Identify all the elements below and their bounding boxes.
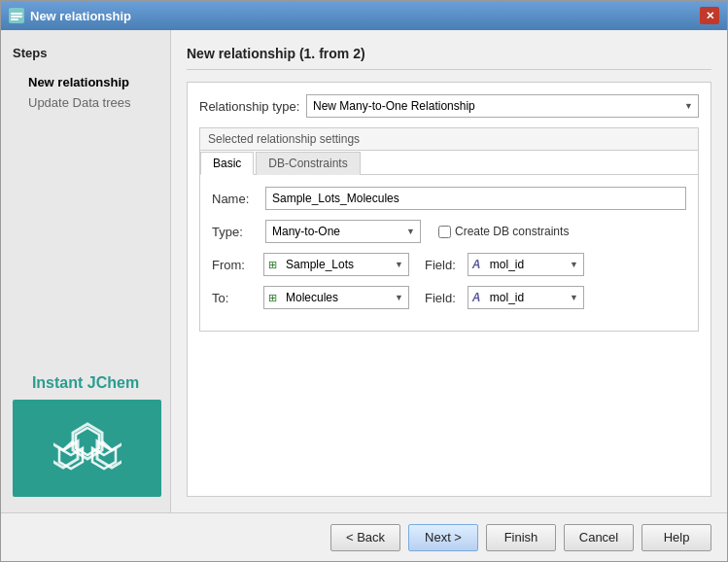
title-bar: New relationship ✕ [1, 1, 727, 30]
from-field-label: Field: [425, 258, 456, 272]
from-table-wrapper: Sample_Lots ⊞ [263, 253, 409, 276]
tabs: Basic DB-Constraints [200, 151, 698, 175]
dialog-title: New relationship [30, 9, 131, 23]
form-section: Relationship type: New Many-to-One Relat… [187, 82, 711, 497]
create-db-constraints-text: Create DB constraints [455, 225, 569, 238]
main-content: New relationship (1. from 2) Relationshi… [171, 30, 727, 512]
cancel-button[interactable]: Cancel [564, 524, 634, 551]
to-field-select[interactable]: mol_id [468, 286, 584, 309]
from-field-wrapper: mol_id A [468, 253, 584, 276]
help-button[interactable]: Help [641, 524, 711, 551]
main-title: New relationship (1. from 2) [187, 46, 711, 70]
to-row: To: Molecules ⊞ Field: mol_id [212, 286, 686, 309]
step-2-label: Update Data trees [28, 95, 131, 110]
to-label: To: [212, 291, 256, 305]
brand-logo-icon [53, 414, 121, 482]
to-field-label: Field: [425, 291, 456, 305]
sidebar-title: Steps [13, 46, 158, 60]
relationship-type-select[interactable]: New Many-to-One Relationship [306, 94, 699, 118]
create-db-constraints-checkbox[interactable] [438, 226, 451, 238]
next-button[interactable]: Next > [408, 524, 478, 551]
relationship-type-row: Relationship type: New Many-to-One Relat… [199, 94, 699, 118]
step-1-label: New relationship [28, 75, 129, 89]
to-table-wrapper: Molecules ⊞ [263, 286, 409, 309]
to-field-wrapper: mol_id A [468, 286, 584, 309]
type-select[interactable]: Many-to-One [265, 220, 421, 243]
svg-rect-2 [11, 18, 18, 20]
relationship-type-label: Relationship type: [199, 99, 306, 114]
step-1: New relationship [28, 72, 158, 92]
from-label: From: [212, 258, 256, 272]
name-label: Name: [212, 192, 265, 206]
dialog-footer: < Back Next > Finish Cancel Help [1, 512, 727, 561]
settings-label: Selected relationship settings [200, 128, 698, 151]
sidebar-brand: Instant JChem [13, 374, 158, 497]
type-select-wrapper: Many-to-One [265, 220, 421, 243]
settings-box: Selected relationship settings Basic DB-… [199, 127, 699, 332]
title-bar-left: New relationship [9, 8, 131, 23]
relationship-type-select-wrapper: New Many-to-One Relationship [306, 94, 699, 118]
brand-name: Instant JChem [13, 374, 158, 392]
tab-db-constraints[interactable]: DB-Constraints [256, 152, 360, 175]
back-button[interactable]: < Back [330, 524, 400, 551]
type-controls: Many-to-One Create DB constraints [265, 220, 569, 243]
svg-rect-0 [11, 13, 22, 15]
sidebar: Steps New relationship Update Data trees… [1, 30, 171, 512]
type-label: Type: [212, 225, 265, 239]
name-row: Name: [212, 187, 686, 210]
dialog-icon [9, 8, 24, 23]
tab-basic[interactable]: Basic [200, 152, 254, 175]
finish-button[interactable]: Finish [486, 524, 556, 551]
type-row: Type: Many-to-One Create DB constraints [212, 220, 686, 243]
from-table-select[interactable]: Sample_Lots [263, 253, 409, 276]
tab-content-basic: Name: Type: Many-to-One [200, 175, 698, 331]
svg-rect-1 [11, 16, 22, 18]
step-2: Update Data trees [28, 92, 158, 113]
dialog-body: Steps New relationship Update Data trees… [1, 30, 727, 512]
to-table-select[interactable]: Molecules [263, 286, 409, 309]
from-row: From: Sample_Lots ⊞ Field: mol_id [212, 253, 686, 276]
from-field-select[interactable]: mol_id [468, 253, 584, 276]
close-button[interactable]: ✕ [700, 7, 719, 24]
name-input[interactable] [265, 187, 686, 210]
brand-logo-box [13, 400, 161, 497]
create-db-constraints-label[interactable]: Create DB constraints [438, 225, 569, 238]
steps-list: New relationship Update Data trees [13, 72, 158, 113]
dialog: New relationship ✕ Steps New relationshi… [0, 0, 728, 562]
